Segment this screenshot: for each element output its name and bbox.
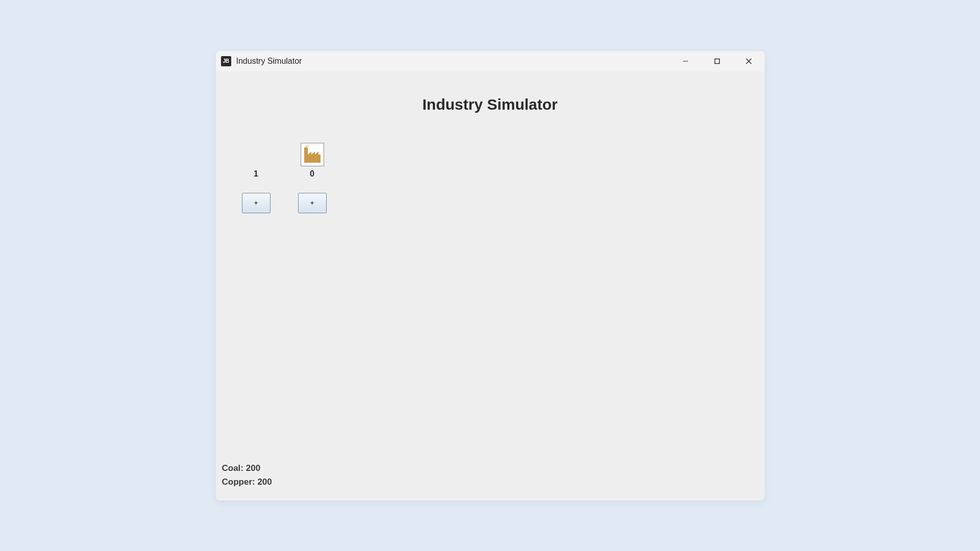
add-button[interactable]: + <box>298 193 327 213</box>
svg-rect-1 <box>715 59 719 63</box>
close-icon <box>745 58 752 65</box>
resource-label: Coal <box>222 463 241 473</box>
app-icon: JB <box>221 56 231 66</box>
slot-icon-box[interactable] <box>301 143 324 166</box>
minimize-button[interactable] <box>670 51 701 71</box>
svg-point-10 <box>308 145 309 146</box>
resource-panel: Coal: 200 Copper: 200 <box>222 461 272 489</box>
svg-marker-6 <box>308 152 311 155</box>
content-area: Industry Simulator 1 + <box>216 71 765 500</box>
resource-value: 200 <box>257 477 272 487</box>
minimize-icon <box>682 58 689 65</box>
factory-icon <box>302 144 323 165</box>
window-controls <box>670 51 765 71</box>
empty-slot-icon <box>244 143 268 166</box>
slot-count: 0 <box>310 169 314 179</box>
add-button[interactable]: + <box>242 193 271 213</box>
window-title: Industry Simulator <box>236 57 302 66</box>
svg-rect-4 <box>304 155 321 163</box>
maximize-button[interactable] <box>701 51 733 71</box>
resource-row: Coal: 200 <box>222 461 272 475</box>
resource-label: Copper <box>222 477 253 487</box>
svg-marker-8 <box>315 152 318 155</box>
svg-rect-5 <box>304 147 308 155</box>
page-title: Industry Simulator <box>216 96 765 113</box>
close-button[interactable] <box>733 51 765 71</box>
svg-marker-7 <box>311 152 315 155</box>
titlebar: JB Industry Simulator <box>216 51 765 71</box>
building-slot: 0 + <box>300 143 325 213</box>
maximize-icon <box>714 58 721 65</box>
resource-value: 200 <box>246 463 260 473</box>
resource-row: Copper: 200 <box>222 475 272 489</box>
building-slot: 1 + <box>243 143 269 213</box>
application-window: JB Industry Simulator Industry Simulator… <box>216 51 765 500</box>
building-slots: 1 + 0 + <box>243 143 325 213</box>
slot-count: 1 <box>254 169 258 179</box>
svg-point-9 <box>306 145 307 146</box>
